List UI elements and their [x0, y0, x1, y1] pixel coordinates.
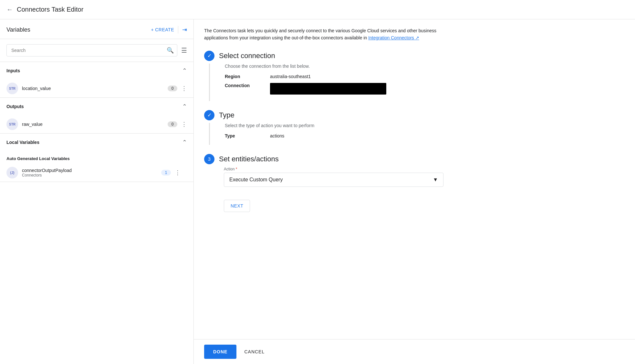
search-icon: 🔍 — [167, 47, 174, 54]
step-subtitle: Choose the connection from the list belo… — [225, 64, 625, 69]
step-number-badge: 3 — [204, 154, 214, 164]
var-count: 0 — [168, 86, 177, 91]
variable-more-button[interactable]: ⋮ — [175, 169, 181, 176]
field-value-type: actions — [270, 133, 284, 138]
step-type: ✓ Type Select the type of action you wan… — [204, 110, 625, 145]
step-header: ✓ Select connection — [204, 51, 625, 61]
step-body: Select the type of action you want to pe… — [209, 123, 625, 145]
step-field-region: Region australia-southeast1 — [225, 74, 625, 79]
local-vars-section: Local Variables ⌃ Auto Generated Local V… — [0, 134, 193, 182]
create-label: CREATE — [155, 27, 174, 32]
collapse-panel-button[interactable]: ⇥ — [182, 26, 187, 33]
search-icon-button[interactable]: 🔍 — [167, 47, 174, 54]
variable-item: {J} connectorOutputPayload Connectors 1 … — [6, 164, 187, 182]
next-btn-wrapper: NEXT — [224, 193, 625, 212]
local-vars-section-header[interactable]: Local Variables ⌃ — [0, 134, 193, 151]
action-dropdown-value: Execute Custom Query — [229, 177, 283, 183]
field-label-connection: Connection — [225, 83, 264, 88]
search-container: 🔍 ☰ — [0, 39, 193, 62]
search-input-wrapper: 🔍 — [6, 44, 177, 56]
variables-content: Inputs ⌃ STR location_value 0 ⋮ Outputs … — [0, 62, 193, 364]
panel-actions: + CREATE ⇥ — [151, 26, 187, 34]
collapse-icon: ⇥ — [182, 26, 187, 33]
var-badge-str: STR — [6, 83, 18, 94]
var-name: connectorOutputPayload — [22, 168, 157, 173]
auto-gen-title: Auto Generated Local Variables — [6, 156, 187, 161]
field-value-region: australia-southeast1 — [270, 74, 311, 79]
done-button[interactable]: DONE — [204, 345, 236, 359]
var-count: 0 — [168, 121, 177, 127]
step-3-body: Action * Execute Custom Query ▼ NEXT — [209, 167, 625, 212]
outputs-section-header[interactable]: Outputs ⌃ — [0, 98, 193, 115]
right-panel: The Connectors task lets you quickly and… — [194, 19, 635, 364]
field-label-region: Region — [225, 74, 264, 79]
cancel-button[interactable]: CANCEL — [242, 345, 267, 359]
var-name: location_value — [22, 86, 164, 91]
inputs-collapse-button[interactable]: ⌃ — [182, 67, 187, 74]
create-button[interactable]: + CREATE — [151, 27, 174, 32]
variables-panel-header: Variables + CREATE ⇥ — [0, 19, 193, 39]
required-asterisk: * — [236, 167, 237, 171]
var-badge-str: STR — [6, 118, 18, 130]
var-sub-name: Connectors — [22, 173, 157, 177]
create-plus-icon: + — [151, 27, 154, 32]
outputs-section: Outputs ⌃ STR raw_value 0 ⋮ — [0, 98, 193, 134]
filter-button[interactable]: ☰ — [181, 46, 187, 54]
app-header: ← Connectors Task Editor — [0, 0, 635, 19]
step-check-icon: ✓ — [204, 110, 214, 120]
var-name: raw_value — [22, 122, 164, 127]
inputs-section: Inputs ⌃ STR location_value 0 ⋮ — [0, 62, 193, 98]
divider — [178, 26, 178, 34]
outputs-collapse-button[interactable]: ⌃ — [182, 103, 187, 110]
step-field-type: Type actions — [225, 133, 625, 138]
outputs-title: Outputs — [6, 104, 24, 109]
local-vars-collapse-button[interactable]: ⌃ — [182, 139, 187, 146]
next-button[interactable]: NEXT — [224, 200, 250, 212]
step-field-connection: Connection — [225, 83, 625, 95]
action-field-label: Action * — [224, 167, 625, 171]
var-badge-json: {J} — [6, 167, 18, 178]
dropdown-chevron-icon: ▼ — [433, 177, 438, 183]
variable-item: STR location_value 0 ⋮ — [0, 79, 193, 97]
step-select-connection: ✓ Select connection Choose the connectio… — [204, 51, 625, 101]
filter-icon: ☰ — [181, 47, 187, 54]
right-panel-footer: DONE CANCEL — [194, 339, 635, 364]
step-subtitle: Select the type of action you want to pe… — [225, 123, 625, 128]
description-text: The Connectors task lets you quickly and… — [204, 27, 450, 42]
back-button[interactable]: ← — [6, 6, 13, 13]
step-header: 3 Set entities/actions — [204, 154, 625, 164]
local-vars-title: Local Variables — [6, 140, 39, 145]
step-set-entities: 3 Set entities/actions Action * Execute … — [204, 154, 625, 212]
field-label-type: Type — [225, 133, 264, 138]
main-layout: Variables + CREATE ⇥ 🔍 ☰ — [0, 19, 635, 364]
step-header: ✓ Type — [204, 110, 625, 120]
step-title: Type — [219, 111, 234, 119]
auto-gen-section: Auto Generated Local Variables {J} conne… — [0, 151, 193, 182]
action-field-wrapper: Action * Execute Custom Query ▼ — [224, 167, 625, 187]
variable-more-button[interactable]: ⋮ — [181, 85, 187, 92]
variable-item: STR raw_value 0 ⋮ — [0, 115, 193, 133]
var-count-active: 1 — [161, 170, 171, 176]
integration-connectors-link[interactable]: Integration Connectors ↗ — [368, 35, 419, 40]
step-body: Choose the connection from the list belo… — [209, 64, 625, 101]
page-title: Connectors Task Editor — [17, 6, 83, 13]
inputs-section-header[interactable]: Inputs ⌃ — [0, 62, 193, 79]
search-input[interactable] — [7, 45, 177, 56]
step-title: Select connection — [219, 52, 275, 60]
step-title: Set entities/actions — [219, 155, 279, 163]
left-panel: Variables + CREATE ⇥ 🔍 ☰ — [0, 19, 194, 364]
step-check-icon: ✓ — [204, 51, 214, 61]
variables-title: Variables — [6, 26, 30, 33]
right-panel-content: The Connectors task lets you quickly and… — [194, 19, 635, 339]
action-dropdown[interactable]: Execute Custom Query ▼ — [224, 173, 443, 187]
field-value-connection-redacted — [270, 83, 386, 95]
variable-more-button[interactable]: ⋮ — [181, 121, 187, 128]
inputs-title: Inputs — [6, 68, 20, 73]
